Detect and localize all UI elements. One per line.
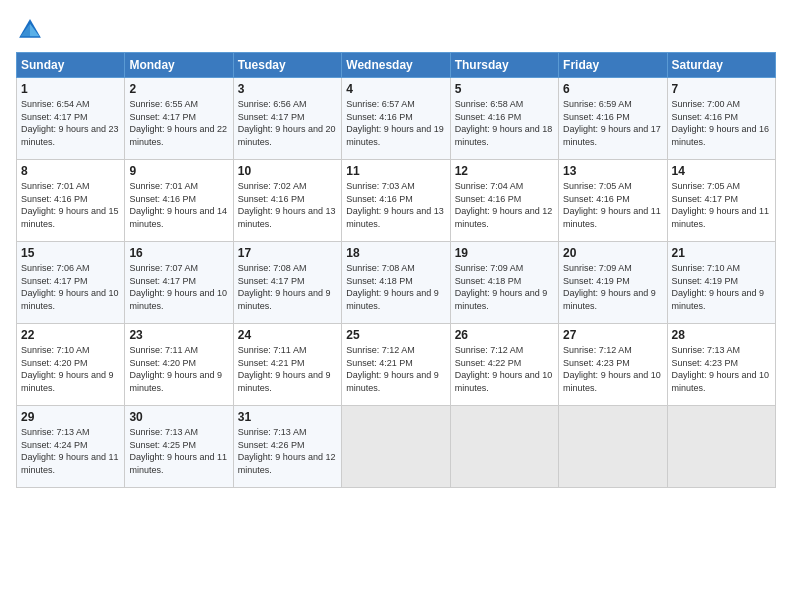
logo-icon xyxy=(16,16,44,44)
calendar-cell: 10 Sunrise: 7:02 AMSunset: 4:16 PMDaylig… xyxy=(233,160,341,242)
day-info: Sunrise: 7:11 AMSunset: 4:20 PMDaylight:… xyxy=(129,345,222,393)
day-number: 15 xyxy=(21,246,120,260)
weekday-header-row: SundayMondayTuesdayWednesdayThursdayFrid… xyxy=(17,53,776,78)
day-info: Sunrise: 7:01 AMSunset: 4:16 PMDaylight:… xyxy=(129,181,227,229)
weekday-header-thursday: Thursday xyxy=(450,53,558,78)
day-info: Sunrise: 7:05 AMSunset: 4:16 PMDaylight:… xyxy=(563,181,661,229)
day-info: Sunrise: 7:02 AMSunset: 4:16 PMDaylight:… xyxy=(238,181,336,229)
day-info: Sunrise: 7:11 AMSunset: 4:21 PMDaylight:… xyxy=(238,345,331,393)
day-info: Sunrise: 7:13 AMSunset: 4:25 PMDaylight:… xyxy=(129,427,227,475)
day-number: 6 xyxy=(563,82,662,96)
calendar-cell xyxy=(342,406,450,488)
calendar-week-2: 8 Sunrise: 7:01 AMSunset: 4:16 PMDayligh… xyxy=(17,160,776,242)
calendar-cell xyxy=(450,406,558,488)
day-number: 5 xyxy=(455,82,554,96)
day-number: 20 xyxy=(563,246,662,260)
calendar-cell: 6 Sunrise: 6:59 AMSunset: 4:16 PMDayligh… xyxy=(559,78,667,160)
day-info: Sunrise: 7:10 AMSunset: 4:19 PMDaylight:… xyxy=(672,263,765,311)
day-info: Sunrise: 7:12 AMSunset: 4:23 PMDaylight:… xyxy=(563,345,661,393)
day-number: 31 xyxy=(238,410,337,424)
weekday-header-monday: Monday xyxy=(125,53,233,78)
day-info: Sunrise: 7:00 AMSunset: 4:16 PMDaylight:… xyxy=(672,99,770,147)
calendar-cell: 20 Sunrise: 7:09 AMSunset: 4:19 PMDaylig… xyxy=(559,242,667,324)
weekday-header-saturday: Saturday xyxy=(667,53,775,78)
calendar-cell: 13 Sunrise: 7:05 AMSunset: 4:16 PMDaylig… xyxy=(559,160,667,242)
day-info: Sunrise: 7:10 AMSunset: 4:20 PMDaylight:… xyxy=(21,345,114,393)
calendar-cell: 11 Sunrise: 7:03 AMSunset: 4:16 PMDaylig… xyxy=(342,160,450,242)
day-number: 25 xyxy=(346,328,445,342)
weekday-header-sunday: Sunday xyxy=(17,53,125,78)
calendar-cell: 12 Sunrise: 7:04 AMSunset: 4:16 PMDaylig… xyxy=(450,160,558,242)
calendar-week-5: 29 Sunrise: 7:13 AMSunset: 4:24 PMDaylig… xyxy=(17,406,776,488)
calendar-cell: 17 Sunrise: 7:08 AMSunset: 4:17 PMDaylig… xyxy=(233,242,341,324)
day-info: Sunrise: 7:03 AMSunset: 4:16 PMDaylight:… xyxy=(346,181,444,229)
day-number: 17 xyxy=(238,246,337,260)
calendar-cell: 28 Sunrise: 7:13 AMSunset: 4:23 PMDaylig… xyxy=(667,324,775,406)
calendar-cell: 26 Sunrise: 7:12 AMSunset: 4:22 PMDaylig… xyxy=(450,324,558,406)
day-info: Sunrise: 7:09 AMSunset: 4:19 PMDaylight:… xyxy=(563,263,656,311)
day-info: Sunrise: 6:54 AMSunset: 4:17 PMDaylight:… xyxy=(21,99,119,147)
calendar-cell: 27 Sunrise: 7:12 AMSunset: 4:23 PMDaylig… xyxy=(559,324,667,406)
day-info: Sunrise: 7:07 AMSunset: 4:17 PMDaylight:… xyxy=(129,263,227,311)
day-number: 18 xyxy=(346,246,445,260)
day-number: 10 xyxy=(238,164,337,178)
day-info: Sunrise: 7:12 AMSunset: 4:22 PMDaylight:… xyxy=(455,345,553,393)
day-info: Sunrise: 6:58 AMSunset: 4:16 PMDaylight:… xyxy=(455,99,553,147)
calendar-cell: 29 Sunrise: 7:13 AMSunset: 4:24 PMDaylig… xyxy=(17,406,125,488)
calendar-cell: 24 Sunrise: 7:11 AMSunset: 4:21 PMDaylig… xyxy=(233,324,341,406)
day-number: 12 xyxy=(455,164,554,178)
calendar-cell: 25 Sunrise: 7:12 AMSunset: 4:21 PMDaylig… xyxy=(342,324,450,406)
day-number: 9 xyxy=(129,164,228,178)
calendar-cell: 22 Sunrise: 7:10 AMSunset: 4:20 PMDaylig… xyxy=(17,324,125,406)
day-info: Sunrise: 7:09 AMSunset: 4:18 PMDaylight:… xyxy=(455,263,548,311)
day-number: 16 xyxy=(129,246,228,260)
calendar-week-3: 15 Sunrise: 7:06 AMSunset: 4:17 PMDaylig… xyxy=(17,242,776,324)
calendar-cell: 18 Sunrise: 7:08 AMSunset: 4:18 PMDaylig… xyxy=(342,242,450,324)
day-number: 26 xyxy=(455,328,554,342)
calendar-cell: 15 Sunrise: 7:06 AMSunset: 4:17 PMDaylig… xyxy=(17,242,125,324)
calendar-cell: 4 Sunrise: 6:57 AMSunset: 4:16 PMDayligh… xyxy=(342,78,450,160)
calendar-container: SundayMondayTuesdayWednesdayThursdayFrid… xyxy=(0,0,792,612)
day-info: Sunrise: 7:12 AMSunset: 4:21 PMDaylight:… xyxy=(346,345,439,393)
day-number: 7 xyxy=(672,82,771,96)
day-number: 4 xyxy=(346,82,445,96)
day-number: 22 xyxy=(21,328,120,342)
calendar-cell: 2 Sunrise: 6:55 AMSunset: 4:17 PMDayligh… xyxy=(125,78,233,160)
day-info: Sunrise: 6:57 AMSunset: 4:16 PMDaylight:… xyxy=(346,99,444,147)
day-number: 23 xyxy=(129,328,228,342)
day-number: 21 xyxy=(672,246,771,260)
calendar-table: SundayMondayTuesdayWednesdayThursdayFrid… xyxy=(16,52,776,488)
day-info: Sunrise: 6:55 AMSunset: 4:17 PMDaylight:… xyxy=(129,99,227,147)
day-number: 2 xyxy=(129,82,228,96)
weekday-header-friday: Friday xyxy=(559,53,667,78)
calendar-cell: 9 Sunrise: 7:01 AMSunset: 4:16 PMDayligh… xyxy=(125,160,233,242)
day-info: Sunrise: 7:06 AMSunset: 4:17 PMDaylight:… xyxy=(21,263,119,311)
weekday-header-wednesday: Wednesday xyxy=(342,53,450,78)
calendar-cell: 19 Sunrise: 7:09 AMSunset: 4:18 PMDaylig… xyxy=(450,242,558,324)
day-number: 3 xyxy=(238,82,337,96)
calendar-cell: 3 Sunrise: 6:56 AMSunset: 4:17 PMDayligh… xyxy=(233,78,341,160)
day-info: Sunrise: 7:08 AMSunset: 4:18 PMDaylight:… xyxy=(346,263,439,311)
day-info: Sunrise: 7:13 AMSunset: 4:24 PMDaylight:… xyxy=(21,427,119,475)
day-number: 13 xyxy=(563,164,662,178)
day-info: Sunrise: 7:13 AMSunset: 4:26 PMDaylight:… xyxy=(238,427,336,475)
day-number: 27 xyxy=(563,328,662,342)
day-number: 29 xyxy=(21,410,120,424)
calendar-week-1: 1 Sunrise: 6:54 AMSunset: 4:17 PMDayligh… xyxy=(17,78,776,160)
calendar-cell: 31 Sunrise: 7:13 AMSunset: 4:26 PMDaylig… xyxy=(233,406,341,488)
day-info: Sunrise: 7:04 AMSunset: 4:16 PMDaylight:… xyxy=(455,181,553,229)
day-info: Sunrise: 7:08 AMSunset: 4:17 PMDaylight:… xyxy=(238,263,331,311)
day-number: 28 xyxy=(672,328,771,342)
calendar-week-4: 22 Sunrise: 7:10 AMSunset: 4:20 PMDaylig… xyxy=(17,324,776,406)
day-number: 8 xyxy=(21,164,120,178)
calendar-cell: 7 Sunrise: 7:00 AMSunset: 4:16 PMDayligh… xyxy=(667,78,775,160)
weekday-header-tuesday: Tuesday xyxy=(233,53,341,78)
calendar-cell: 14 Sunrise: 7:05 AMSunset: 4:17 PMDaylig… xyxy=(667,160,775,242)
day-number: 24 xyxy=(238,328,337,342)
header xyxy=(16,16,776,44)
calendar-cell: 30 Sunrise: 7:13 AMSunset: 4:25 PMDaylig… xyxy=(125,406,233,488)
logo xyxy=(16,16,48,44)
day-info: Sunrise: 7:05 AMSunset: 4:17 PMDaylight:… xyxy=(672,181,770,229)
calendar-cell: 21 Sunrise: 7:10 AMSunset: 4:19 PMDaylig… xyxy=(667,242,775,324)
calendar-cell: 5 Sunrise: 6:58 AMSunset: 4:16 PMDayligh… xyxy=(450,78,558,160)
